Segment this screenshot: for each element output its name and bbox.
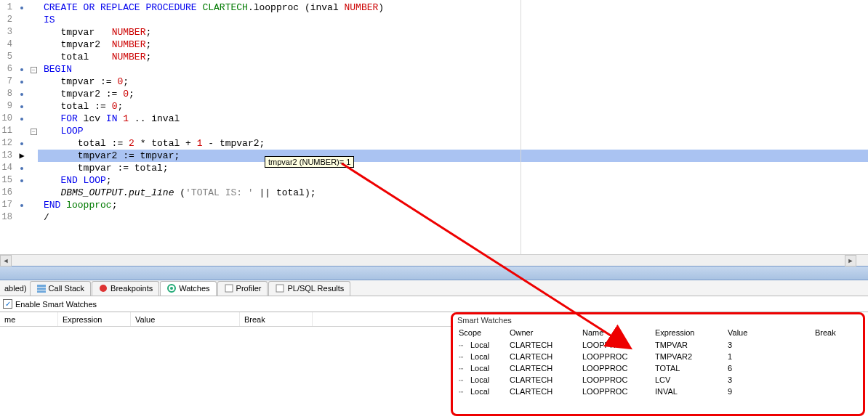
smart-watches-headers: Scope Owner Name Expression Value Break [456, 326, 860, 339]
tab-partial[interactable]: abled) [1, 284, 30, 293]
smart-watches-panel[interactable]: Smart Watches Scope Owner Name Expressio… [451, 312, 868, 419]
col-value[interactable]: Value [725, 326, 812, 339]
results-icon [275, 283, 285, 293]
tab-breakpoints[interactable]: Breakpoints [92, 281, 159, 296]
scroll-left-icon[interactable]: ◄ [0, 255, 12, 267]
col-break[interactable]: Break [240, 312, 313, 326]
tab-watches[interactable]: Watches [160, 281, 216, 296]
svg-rect-1 [37, 288, 46, 290]
vertical-margin-line [521, 0, 521, 254]
debug-tab-strip: abled) Call Stack Breakpoints Watches Pr… [0, 280, 868, 296]
col-value[interactable]: Value [131, 312, 240, 326]
col-name[interactable]: me [0, 312, 58, 326]
watches-headers: me Expression Value Break [0, 312, 451, 327]
watches-panel[interactable]: me Expression Value Break [0, 312, 451, 419]
watches-icon [166, 283, 177, 293]
svg-rect-2 [37, 290, 46, 293]
profiler-icon [224, 283, 234, 293]
table-row[interactable]: ⋯LocalCLARTECHLOOPPROCINVAL9 [456, 386, 860, 397]
line-number-gutter: 123456789101112131415161718 [0, 0, 15, 254]
marker-gutter: ▶ [15, 0, 29, 254]
tab-label: Watches [179, 284, 209, 293]
tab-label: Call Stack [49, 284, 85, 293]
hover-tooltip: tmpvar2 (NUMBER)= 1 [265, 156, 354, 168]
editor-horizontal-scrollbar[interactable]: ◄ ► [0, 254, 868, 266]
breakpoint-icon [98, 283, 108, 293]
col-scope[interactable]: Scope [456, 326, 507, 339]
svg-rect-7 [276, 285, 284, 292]
tab-profiler[interactable]: Profiler [217, 281, 268, 296]
tab-label: PL/SQL Results [287, 284, 344, 293]
tab-label: Breakpoints [110, 284, 153, 293]
col-expression[interactable]: Expression [58, 312, 131, 326]
col-name[interactable]: Name [579, 326, 652, 339]
svg-point-3 [100, 285, 107, 292]
svg-point-5 [170, 287, 173, 290]
code-area[interactable]: CREATE OR REPLACE PROCEDURE CLARTECH.loo… [38, 0, 868, 254]
table-row[interactable]: ⋯LocalCLARTECHLOOPPROCTMPVAR21 [456, 351, 860, 362]
call-stack-icon [36, 283, 47, 293]
smart-watches-title: Smart Watches [456, 316, 860, 325]
svg-rect-0 [37, 285, 46, 287]
svg-rect-6 [225, 285, 233, 292]
tab-call-stack[interactable]: Call Stack [30, 281, 92, 296]
smart-watches-highlight-box: Smart Watches Scope Owner Name Expressio… [451, 312, 865, 416]
tab-label: Profiler [236, 284, 262, 293]
col-owner[interactable]: Owner [507, 326, 579, 339]
enable-smart-watches-label: Enable Smart Watches [15, 300, 97, 309]
fold-gutter[interactable]: −− [29, 0, 38, 254]
code-editor[interactable]: 123456789101112131415161718 ▶ −− CREATE … [0, 0, 868, 254]
tab-plsql-results[interactable]: PL/SQL Results [268, 281, 350, 296]
separator-band [0, 266, 868, 280]
table-row[interactable]: ⋯LocalCLARTECHLOOPPROCTMPVAR3 [456, 339, 860, 351]
table-row[interactable]: ⋯LocalCLARTECHLOOPPROCLCV3 [456, 374, 860, 386]
scroll-right-icon[interactable]: ► [845, 255, 856, 267]
enable-smart-watches-checkbox[interactable]: ✓ [3, 299, 12, 309]
col-expression[interactable]: Expression [652, 326, 725, 339]
table-row[interactable]: ⋯LocalCLARTECHLOOPPROCTOTAL6 [456, 362, 860, 374]
col-break[interactable]: Break [812, 326, 848, 339]
smart-watches-toggle-row: ✓ Enable Smart Watches [0, 296, 868, 312]
